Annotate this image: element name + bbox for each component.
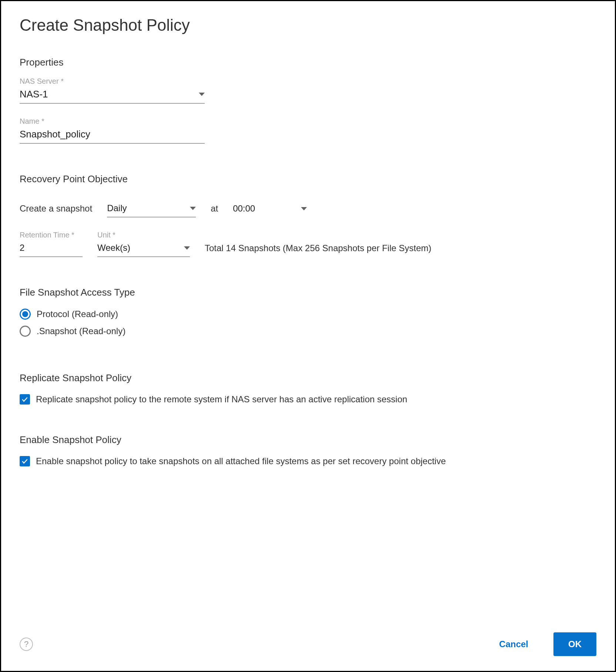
name-input[interactable]: Snapshot_policy: [20, 127, 205, 144]
retention-value: 2: [20, 243, 24, 253]
properties-header: Properties: [20, 57, 596, 68]
nas-server-select[interactable]: NAS-1: [20, 87, 205, 104]
rpo-summary: Total 14 Snapshots (Max 256 Snapshots pe…: [205, 243, 431, 257]
dialog-footer: ? Cancel OK: [20, 618, 596, 656]
time-select[interactable]: 00:00: [233, 201, 307, 217]
rpo-header: Recovery Point Objective: [20, 173, 596, 185]
radio-icon: [20, 326, 31, 337]
chevron-down-icon: [190, 207, 196, 210]
unit-value: Week(s): [97, 243, 130, 253]
replicate-section: Replicate Snapshot Policy Replicate snap…: [20, 372, 596, 405]
replicate-label: Replicate snapshot policy to the remote …: [36, 394, 407, 405]
access-option-protocol[interactable]: Protocol (Read-only): [20, 309, 596, 320]
unit-label: Unit *: [97, 231, 190, 239]
access-option-snapshot[interactable]: .Snapshot (Read-only): [20, 326, 596, 337]
cancel-button[interactable]: Cancel: [484, 632, 543, 656]
name-value: Snapshot_policy: [20, 129, 90, 140]
retention-field: Retention Time * 2: [20, 231, 83, 257]
rpo-section: Recovery Point Objective Create a snapsh…: [20, 173, 596, 257]
nas-server-value: NAS-1: [20, 89, 48, 100]
name-label: Name *: [20, 117, 205, 126]
rpo-frequency-row: Create a snapshot Daily at 00:00: [20, 201, 596, 217]
radio-icon: [20, 309, 31, 320]
chevron-down-icon: [199, 93, 205, 96]
access-snapshot-label: .Snapshot (Read-only): [37, 326, 125, 336]
enable-section: Enable Snapshot Policy Enable snapshot p…: [20, 434, 596, 466]
rpo-retention-row: Retention Time * 2 Unit * Week(s) Total …: [20, 231, 596, 257]
unit-select[interactable]: Week(s): [97, 241, 190, 257]
nas-server-field: NAS Server * NAS-1: [20, 77, 205, 104]
checkbox-checked-icon: [20, 456, 30, 466]
checkbox-checked-icon: [20, 394, 30, 405]
access-protocol-label: Protocol (Read-only): [37, 309, 118, 319]
time-value: 00:00: [233, 203, 255, 214]
help-glyph: ?: [24, 639, 29, 649]
enable-label: Enable snapshot policy to take snapshots…: [36, 456, 446, 466]
retention-input[interactable]: 2: [20, 241, 83, 257]
create-snapshot-label: Create a snapshot: [20, 203, 92, 217]
dialog-title: Create Snapshot Policy: [20, 16, 596, 34]
name-field: Name * Snapshot_policy: [20, 117, 205, 144]
unit-field: Unit * Week(s): [97, 231, 190, 257]
chevron-down-icon: [301, 207, 307, 210]
access-header: File Snapshot Access Type: [20, 287, 596, 298]
enable-checkbox-row[interactable]: Enable snapshot policy to take snapshots…: [20, 456, 596, 466]
help-icon[interactable]: ?: [20, 638, 33, 651]
at-label: at: [211, 203, 218, 217]
nas-server-label: NAS Server *: [20, 77, 205, 86]
footer-buttons: Cancel OK: [484, 632, 596, 656]
replicate-header: Replicate Snapshot Policy: [20, 372, 596, 384]
properties-section: Properties NAS Server * NAS-1 Name * Sna…: [20, 57, 596, 144]
access-section: File Snapshot Access Type Protocol (Read…: [20, 287, 596, 343]
ok-button[interactable]: OK: [553, 632, 596, 656]
frequency-value: Daily: [107, 203, 127, 213]
create-snapshot-policy-dialog: Create Snapshot Policy Properties NAS Se…: [0, 0, 616, 672]
replicate-checkbox-row[interactable]: Replicate snapshot policy to the remote …: [20, 394, 596, 405]
retention-label: Retention Time *: [20, 231, 83, 239]
chevron-down-icon: [184, 246, 190, 250]
frequency-select[interactable]: Daily: [107, 201, 196, 217]
enable-header: Enable Snapshot Policy: [20, 434, 596, 446]
